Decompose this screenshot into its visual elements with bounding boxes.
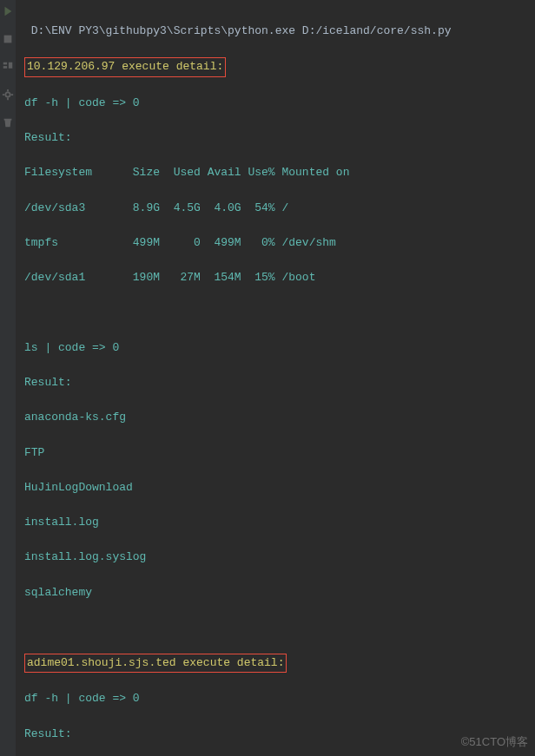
ls-row: sqlalchemy	[24, 584, 526, 602]
structure-icon	[2, 61, 14, 73]
host2-header: adime01.shouji.sjs.ted execute detail:	[24, 654, 287, 673]
svg-rect-3	[9, 62, 12, 69]
ls-row: install.log	[24, 514, 526, 531]
ls-row: install.log.syslog	[24, 549, 526, 566]
settings-icon	[2, 89, 14, 101]
result-label: Result:	[24, 129, 526, 147]
ls-row: HuJinLogDownload	[24, 479, 526, 496]
df-header: Filesystem Size Used Avail Use% Mounted …	[24, 164, 526, 181]
result-label: Result:	[24, 726, 526, 743]
stop-icon	[2, 33, 14, 45]
host1-header: 10.129.206.97 execute detail:	[24, 57, 226, 76]
host2-df-cmd: df -h | code => 0	[24, 690, 526, 707]
svg-rect-0	[4, 36, 12, 43]
ls-row: FTP	[24, 444, 526, 462]
df-row: /dev/sda1 190M 27M 154M 15% /boot	[24, 269, 526, 286]
svg-rect-1	[3, 62, 7, 65]
host1-df-cmd: df -h | code => 0	[24, 95, 526, 112]
result-label: Result:	[24, 374, 526, 391]
svg-rect-2	[3, 66, 7, 69]
command-line: D:\ENV PY3\githubpy3\Scripts\python.exe …	[24, 23, 526, 40]
df-row: tmpfs 499M 0 499M 0% /dev/shm	[24, 234, 526, 252]
run-icon	[2, 5, 14, 17]
svg-point-4	[5, 92, 10, 96]
df-row: /dev/sda3 8.9G 4.5G 4.0G 54% /	[24, 200, 526, 217]
trash-icon	[2, 116, 14, 128]
host1-ls-cmd: ls | code => 0	[24, 339, 526, 357]
ls-row: anaconda-ks.cfg	[24, 409, 526, 426]
editor-gutter	[0, 0, 16, 756]
terminal-output[interactable]: D:\ENV PY3\githubpy3\Scripts\python.exe …	[16, 0, 535, 756]
